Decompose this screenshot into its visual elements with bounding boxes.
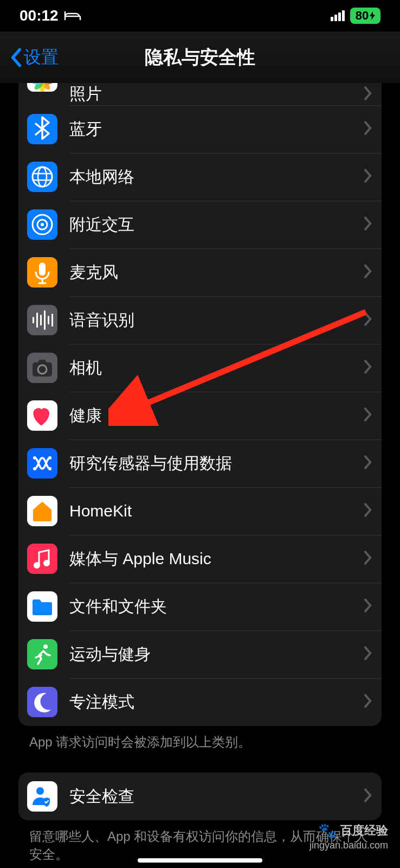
chevron-right-icon: [363, 216, 372, 233]
row-music[interactable]: 媒体与 Apple Music: [18, 535, 382, 583]
svg-point-30: [36, 787, 44, 795]
home-icon: [27, 496, 57, 526]
row-photos[interactable]: 照片: [18, 83, 382, 105]
row-label: 文件和文件夹: [69, 596, 363, 618]
chevron-left-icon: [10, 47, 22, 68]
row-mic[interactable]: 麦克风: [18, 248, 382, 296]
row-globe[interactable]: 本地网络: [18, 153, 382, 201]
svg-point-23: [33, 456, 36, 459]
chevron-right-icon: [363, 407, 372, 422]
svg-point-26: [48, 467, 51, 470]
chevron-right-icon: [363, 788, 372, 803]
chevron-right-icon: [363, 455, 372, 470]
home-indicator[interactable]: [138, 858, 262, 863]
status-right: 80: [331, 8, 380, 24]
row-safety[interactable]: 安全检查: [18, 773, 382, 820]
bed-icon: [64, 7, 81, 24]
chevron-right-icon: [363, 502, 372, 518]
sensor-icon: [27, 448, 57, 478]
mic-icon: [27, 257, 57, 288]
row-label: 运动与健身: [69, 643, 363, 666]
svg-point-25: [33, 467, 36, 470]
row-sensor[interactable]: 研究传感器与使用数据: [18, 439, 382, 487]
back-label: 设置: [24, 46, 59, 69]
row-camera[interactable]: 相机: [18, 344, 382, 392]
chevron-right-icon: [363, 359, 372, 374]
music-icon: [27, 544, 57, 574]
svg-point-24: [48, 456, 51, 459]
chevron-right-icon: [363, 359, 372, 376]
row-label: 健康: [69, 405, 363, 427]
svg-rect-14: [39, 263, 46, 276]
chevron-right-icon: [363, 168, 372, 186]
bolt-icon: [370, 11, 375, 20]
heart-icon: [27, 400, 57, 431]
chevron-right-icon: [363, 788, 372, 805]
folder-icon: [27, 591, 57, 622]
row-label: 照片: [69, 83, 363, 105]
back-button[interactable]: 设置: [10, 46, 59, 69]
row-folder[interactable]: 文件和文件夹: [18, 583, 382, 630]
battery-percent: 80: [356, 9, 369, 23]
row-label: 麦克风: [69, 261, 363, 284]
chevron-right-icon: [363, 502, 372, 520]
page-title: 隐私与安全性: [145, 45, 255, 70]
status-time: 00:12: [20, 7, 59, 24]
svg-rect-18: [44, 310, 46, 330]
row-label: 安全检查: [69, 786, 363, 808]
row-home[interactable]: HomeKit: [18, 487, 382, 535]
chevron-right-icon: [363, 168, 372, 183]
svg-rect-16: [36, 312, 38, 328]
row-label: 附近交互: [69, 214, 363, 236]
chevron-right-icon: [363, 598, 372, 615]
chevron-right-icon: [363, 264, 372, 281]
svg-rect-20: [51, 314, 53, 327]
chevron-right-icon: [363, 86, 372, 101]
photos-icon: [27, 83, 57, 92]
target-icon: [27, 209, 57, 240]
svg-point-10: [38, 167, 47, 187]
chevron-right-icon: [363, 264, 372, 279]
status-left: 00:12: [20, 7, 81, 24]
bluetooth-icon: [27, 114, 57, 144]
row-moon[interactable]: 专注模式: [18, 678, 382, 726]
content: 照片蓝牙本地网络附近交互麦克风语音识别相机健康研究传感器与使用数据HomeKit…: [0, 83, 400, 863]
row-runner[interactable]: 运动与健身: [18, 630, 382, 678]
svg-point-28: [43, 560, 50, 566]
chevron-right-icon: [363, 455, 372, 472]
row-waveform[interactable]: 语音识别: [18, 296, 382, 344]
globe-icon: [27, 162, 57, 192]
row-bluetooth[interactable]: 蓝牙: [18, 105, 382, 153]
chevron-right-icon: [363, 407, 372, 424]
chevron-right-icon: [363, 120, 372, 138]
row-label: 专注模式: [69, 691, 363, 713]
watermark: 🐾百度经验 jingyan.baidu.com: [309, 822, 388, 852]
chevron-right-icon: [363, 550, 372, 567]
watermark-url: jingyan.baidu.com: [309, 840, 388, 852]
settings-list-group: 照片蓝牙本地网络附近交互麦克风语音识别相机健康研究传感器与使用数据HomeKit…: [18, 83, 382, 726]
svg-point-13: [41, 223, 44, 226]
svg-rect-15: [33, 317, 34, 323]
row-target[interactable]: 附近交互: [18, 201, 382, 248]
paw-icon: 🐾: [318, 822, 337, 840]
chevron-right-icon: [363, 86, 372, 103]
chevron-right-icon: [363, 598, 372, 613]
camera-icon: [27, 353, 57, 383]
svg-rect-19: [48, 316, 49, 324]
chevron-right-icon: [363, 120, 372, 136]
row-label: 相机: [69, 357, 363, 379]
watermark-brand: 百度经验: [340, 824, 388, 838]
row-label: 本地网络: [69, 166, 363, 188]
row-label: HomeKit: [69, 502, 363, 520]
svg-rect-17: [40, 315, 42, 326]
row-label: 媒体与 Apple Music: [69, 548, 363, 570]
safety-check-group: 安全检查: [18, 773, 382, 820]
chevron-right-icon: [363, 693, 372, 711]
row-label: 研究传感器与使用数据: [69, 452, 363, 475]
chevron-right-icon: [363, 311, 372, 327]
signal-icon: [331, 10, 345, 21]
row-heart[interactable]: 健康: [18, 392, 382, 439]
chevron-right-icon: [363, 311, 372, 329]
chevron-right-icon: [363, 646, 372, 661]
moon-icon: [27, 687, 57, 717]
